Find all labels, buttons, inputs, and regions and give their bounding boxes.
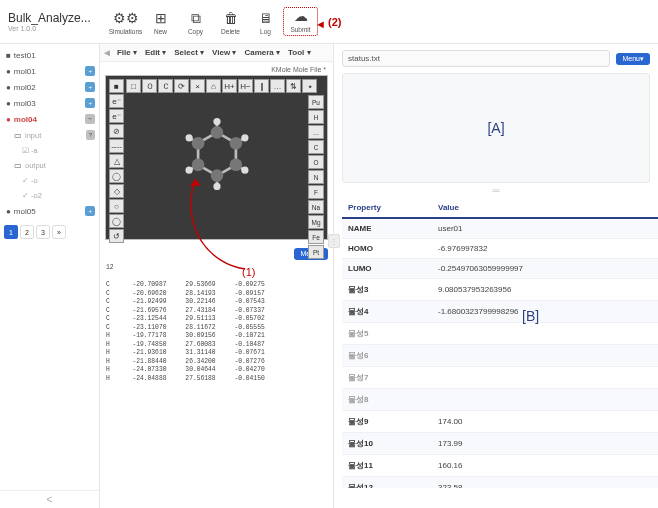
- collapse-badge[interactable]: −: [85, 114, 95, 124]
- table-row[interactable]: 물성5: [342, 323, 658, 345]
- table-row[interactable]: HOMO-6.976997832: [342, 239, 658, 259]
- svg-point-20: [241, 167, 248, 174]
- tool-top-10[interactable]: ⇅: [286, 79, 301, 93]
- svg-point-19: [241, 134, 248, 141]
- back-icon[interactable]: ◄: [102, 47, 112, 58]
- table-row[interactable]: 물성7: [342, 367, 658, 389]
- expand-badge[interactable]: +: [85, 82, 95, 92]
- tree-item-mol01[interactable]: ●mol01 +: [0, 63, 99, 79]
- simulations-button[interactable]: ⚙︎⚙︎ Simulations: [108, 11, 143, 36]
- tool-side-4[interactable]: ----: [109, 139, 124, 153]
- sidebar-collapse[interactable]: <: [0, 490, 99, 508]
- tool-side-1[interactable]: e⁻: [109, 94, 124, 108]
- tool-top-0[interactable]: □: [126, 79, 141, 93]
- menu-select[interactable]: Select ▾: [171, 48, 207, 57]
- tool-side-0[interactable]: ■: [109, 79, 124, 93]
- menu-view[interactable]: View ▾: [209, 48, 239, 57]
- elem-btn-10[interactable]: Pt: [308, 245, 324, 259]
- expand-badge[interactable]: ?: [86, 130, 95, 140]
- tree-item-mol02[interactable]: ●mol02 +: [0, 79, 99, 95]
- editor-menubar: ◄ File ▾ Edit ▾ Select ▾ View ▾ Camera ▾…: [100, 44, 333, 62]
- sidebar: ■test01 ●mol01 + ●mol02 + ●mol03 + ●mol0…: [0, 44, 100, 508]
- delete-button[interactable]: 🗑 Delete: [213, 11, 248, 36]
- elem-btn-0[interactable]: Pu: [308, 95, 324, 109]
- tool-side-10[interactable]: ↺: [109, 229, 124, 243]
- menu-file[interactable]: File ▾: [114, 48, 140, 57]
- table-row[interactable]: 물성9174.00: [342, 411, 658, 433]
- tree-subfolder-input[interactable]: ▭input ?: [0, 127, 99, 143]
- svg-point-15: [210, 170, 223, 183]
- tool-side-2[interactable]: e⁻: [109, 109, 124, 123]
- tree-subfolder-output[interactable]: ▭output: [0, 158, 99, 173]
- tree-item-mol03[interactable]: ●mol03 +: [0, 95, 99, 111]
- table-row[interactable]: 물성10173.99: [342, 433, 658, 455]
- copy-button[interactable]: ⧉ Copy: [178, 11, 213, 36]
- menu-camera[interactable]: Camera ▾: [241, 48, 283, 57]
- elem-btn-5[interactable]: N: [308, 170, 324, 184]
- tree-child-output-o[interactable]: ✓ -o: [0, 173, 99, 188]
- split-handle-a-b[interactable]: ═: [334, 183, 658, 198]
- page-2[interactable]: 2: [20, 225, 34, 239]
- page-1[interactable]: 1: [4, 225, 18, 239]
- elem-btn-6[interactable]: F: [308, 185, 324, 199]
- tool-side-8[interactable]: ○: [109, 199, 124, 213]
- table-row[interactable]: 물성8: [342, 389, 658, 411]
- new-button[interactable]: ⊞ New: [143, 11, 178, 36]
- page-next[interactable]: »: [52, 225, 66, 239]
- viewer-element-palette: Pu H … C O N F Na Mg Fe Pt: [308, 95, 324, 259]
- tool-top-11[interactable]: ٭: [302, 79, 317, 93]
- status-file-field[interactable]: status.txt: [342, 50, 610, 67]
- tool-top-9[interactable]: …: [270, 79, 285, 93]
- elem-btn-3[interactable]: C: [308, 140, 324, 154]
- tree-item-label: mol05: [14, 207, 36, 216]
- elem-btn-2[interactable]: …: [308, 125, 324, 139]
- elem-btn-8[interactable]: Mg: [308, 215, 324, 229]
- tree-child-output-o2[interactable]: ✓ -o2: [0, 188, 99, 203]
- table-row[interactable]: 물성6: [342, 345, 658, 367]
- table-row[interactable]: 물성4-1.6800323799998296: [342, 301, 658, 323]
- tree-root[interactable]: ■test01: [0, 48, 99, 63]
- elem-btn-9[interactable]: Fe: [308, 230, 324, 244]
- page-3[interactable]: 3: [36, 225, 50, 239]
- molecule-viewer[interactable]: □ Ｏ Ｃ ⟳ × ⌂ H+ H− ‖ … ⇅ ٭ ■ e⁻ e⁻: [105, 75, 328, 240]
- submit-button[interactable]: ☁︎ Submit: [283, 7, 318, 36]
- elem-btn-7[interactable]: Na: [308, 200, 324, 214]
- col-value[interactable]: Value: [432, 198, 658, 218]
- log-button[interactable]: 🖥 Log: [248, 11, 283, 36]
- gears-icon: ⚙︎⚙︎: [108, 11, 143, 25]
- elem-btn-1[interactable]: H: [308, 110, 324, 124]
- tree-child-input-a[interactable]: ☑ -a: [0, 143, 99, 158]
- col-property[interactable]: Property: [342, 198, 432, 218]
- expand-badge[interactable]: +: [85, 206, 95, 216]
- tool-top-8[interactable]: ‖: [254, 79, 269, 93]
- expand-badge[interactable]: +: [85, 98, 95, 108]
- tool-top-4[interactable]: ×: [190, 79, 205, 93]
- tool-top-7[interactable]: H−: [238, 79, 253, 93]
- tool-side-9[interactable]: ◯: [109, 214, 124, 228]
- menu-edit[interactable]: Edit ▾: [142, 48, 169, 57]
- svg-point-17: [191, 137, 204, 150]
- prop-key: 물성5: [342, 323, 432, 345]
- tool-top-5[interactable]: ⌂: [206, 79, 221, 93]
- tool-side-7[interactable]: ◇: [109, 184, 124, 198]
- svg-point-22: [185, 167, 192, 174]
- table-row[interactable]: LUMO-0.25497063059999997: [342, 259, 658, 279]
- tool-side-3[interactable]: ⊘: [109, 124, 124, 138]
- table-row[interactable]: 물성39.080537953263956: [342, 279, 658, 301]
- tool-side-5[interactable]: △: [109, 154, 124, 168]
- elem-btn-4[interactable]: O: [308, 155, 324, 169]
- prop-key: HOMO: [342, 239, 432, 259]
- table-row[interactable]: 물성11160.16: [342, 455, 658, 477]
- table-row[interactable]: NAMEuser01: [342, 218, 658, 239]
- tool-top-2[interactable]: Ｃ: [158, 79, 173, 93]
- expand-badge[interactable]: +: [85, 66, 95, 76]
- tree-item-mol05[interactable]: ●mol05 +: [0, 203, 99, 219]
- tool-top-3[interactable]: ⟳: [174, 79, 189, 93]
- tool-top-6[interactable]: H+: [222, 79, 237, 93]
- tool-top-1[interactable]: Ｏ: [142, 79, 157, 93]
- tree-item-mol04[interactable]: ●mol04 −: [0, 111, 99, 127]
- tool-side-6[interactable]: ◯: [109, 169, 124, 183]
- menu-tool[interactable]: Tool ▾: [285, 48, 314, 57]
- table-row[interactable]: 물성12323.58: [342, 477, 658, 489]
- status-menu-chip[interactable]: Menu▾: [616, 53, 650, 65]
